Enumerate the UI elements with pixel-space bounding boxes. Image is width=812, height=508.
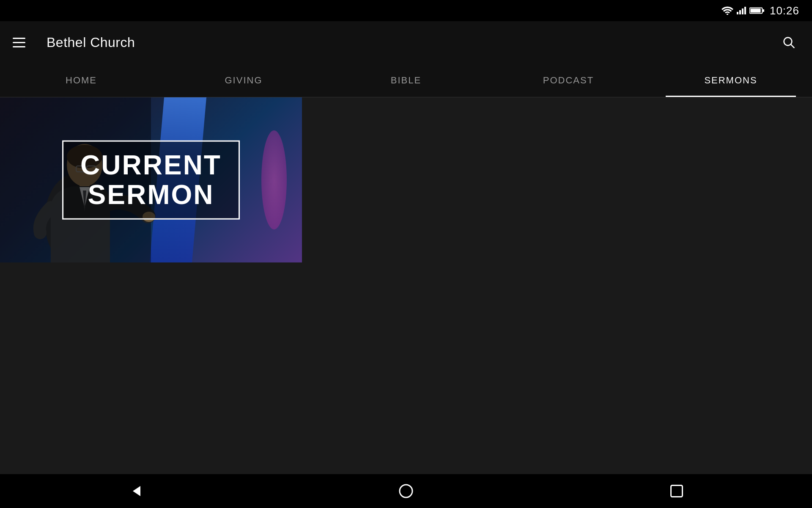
svg-point-8 xyxy=(784,38,792,46)
home-circle-icon xyxy=(398,483,414,499)
signal-icon xyxy=(737,7,746,14)
sermon-label-line2: SERMON xyxy=(80,180,222,210)
status-icons xyxy=(721,6,765,15)
menu-button[interactable] xyxy=(13,32,34,53)
hamburger-icon xyxy=(13,46,25,47)
svg-rect-1 xyxy=(737,12,738,14)
wifi-icon xyxy=(721,6,733,15)
svg-rect-2 xyxy=(739,10,741,14)
sermon-label-box: CURRENT SERMON xyxy=(62,141,240,220)
svg-rect-6 xyxy=(750,9,760,13)
hamburger-icon xyxy=(13,38,25,39)
app-title: Bethel Church xyxy=(47,35,135,50)
main-content: CURRENT SERMON xyxy=(0,97,812,474)
sermon-card[interactable]: CURRENT SERMON xyxy=(0,97,302,262)
svg-point-0 xyxy=(727,14,728,15)
nav-tabs: HOME GIVING BIBLE PODCAST SERMONS xyxy=(0,64,812,97)
search-icon xyxy=(782,36,796,49)
svg-rect-7 xyxy=(763,9,764,12)
tab-sermons[interactable]: SERMONS xyxy=(650,64,812,97)
hamburger-icon xyxy=(13,42,25,43)
svg-marker-18 xyxy=(133,486,140,496)
sermon-label-line1: CURRENT xyxy=(80,150,222,180)
nav-bar xyxy=(0,474,812,508)
back-button[interactable] xyxy=(118,474,152,508)
battery-icon xyxy=(749,7,765,14)
sermon-background: CURRENT SERMON xyxy=(0,97,302,262)
svg-rect-3 xyxy=(742,8,743,14)
back-icon xyxy=(128,483,143,499)
recents-button[interactable] xyxy=(660,474,694,508)
recents-icon xyxy=(669,483,684,499)
app-bar: Bethel Church xyxy=(0,21,812,64)
svg-rect-20 xyxy=(671,486,683,497)
purple-accent xyxy=(261,130,287,229)
tab-bible[interactable]: BIBLE xyxy=(325,64,487,97)
svg-line-9 xyxy=(791,44,795,48)
status-time: 10:26 xyxy=(770,4,799,17)
status-bar: 10:26 xyxy=(0,0,812,21)
tab-giving[interactable]: GIVING xyxy=(162,64,325,97)
search-button[interactable] xyxy=(778,32,799,53)
tab-podcast[interactable]: PODCAST xyxy=(487,64,650,97)
tab-home[interactable]: HOME xyxy=(0,64,162,97)
svg-point-19 xyxy=(400,485,412,497)
home-button[interactable] xyxy=(389,474,423,508)
svg-rect-4 xyxy=(744,7,746,14)
